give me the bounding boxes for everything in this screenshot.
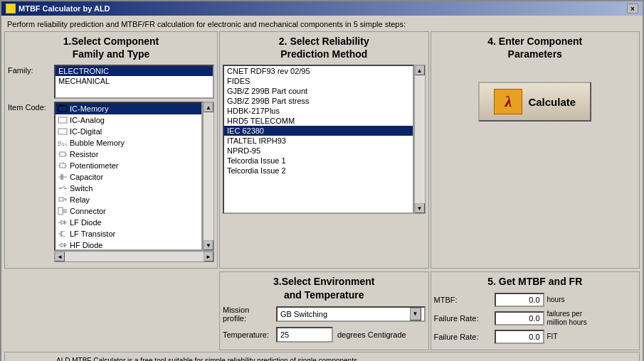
item-ic-digital[interactable]: IC-Digital: [56, 126, 201, 137]
item-code-listbox[interactable]: IC-Memory IC-Analog: [54, 102, 203, 251]
panel3-title: 4. Enter ComponentParameters: [434, 35, 637, 60]
temperature-input[interactable]: [276, 327, 333, 343]
item-resistor[interactable]: Resistor: [56, 149, 201, 160]
switch-icon: [57, 183, 68, 193]
mtbf-label: MTBF:: [434, 296, 495, 304]
method-scroll-track: [415, 75, 425, 203]
lambda-icon: λ: [494, 89, 522, 114]
app-icon: ⚡: [6, 4, 16, 14]
method-scroll-up[interactable]: ▲: [415, 65, 425, 75]
mission-profile-dropdown[interactable]: GB Switching ▼: [276, 306, 426, 322]
panel-select-component: 1.Select ComponentFamily and Type Family…: [4, 31, 218, 269]
content-area: Perform reliability prediction and MTBF/…: [1, 16, 643, 361]
method-nprd[interactable]: NPRD-95: [224, 146, 413, 156]
relay-icon: [57, 195, 68, 205]
method-telcordia2[interactable]: Telcordia Issue 2: [224, 166, 413, 176]
mtbf-row: MTBF: 0.0 hours: [434, 293, 637, 307]
method-cnet[interactable]: CNET RDF93 rev 02/95: [224, 66, 413, 76]
temperature-row: Temperature: degrees Centigrade: [223, 327, 426, 343]
title-bar: ⚡ MTBF Calculator by ALD ×: [1, 1, 643, 16]
resistor-icon: [57, 149, 68, 159]
method-iec62380[interactable]: IEC 62380: [224, 126, 413, 136]
h-scroll-track: [65, 252, 204, 261]
item-code-row: Item Code: IC-Memory: [8, 102, 214, 262]
ic-memory-icon: [57, 104, 68, 114]
method-listbox[interactable]: CNET RDF93 rev 02/95 FIDES GJB/Z 299B Pa…: [223, 65, 414, 214]
scroll-right-btn[interactable]: ►: [204, 252, 213, 262]
item-ic-analog[interactable]: IC-Analog: [56, 114, 201, 126]
mission-profile-label: Missionprofile:: [223, 306, 276, 323]
method-gjbz-stress[interactable]: GJB/Z 299B Part stress: [224, 96, 413, 106]
item-lf-diode[interactable]: LF Diode: [56, 217, 201, 228]
family-item-electronic[interactable]: ELECTRONIC: [56, 66, 213, 76]
svg-rect-9: [60, 152, 65, 156]
window-title: MTBF Calculator by ALD: [19, 4, 110, 13]
item-code-label: Item Code:: [8, 102, 54, 112]
panel-environment: 3.Select Environmentand Temperature Miss…: [219, 271, 429, 350]
capacitor-icon: [57, 172, 68, 182]
item-ic-memory[interactable]: IC-Memory: [56, 103, 201, 114]
ald-logo: A.L.D.: [9, 355, 52, 361]
bottom-area: A.L.D. ALD MTBF Calculator is a free too…: [4, 352, 640, 361]
scroll-track: [204, 112, 213, 240]
failure-rate-row2: Failure Rate: 0.0 FIT: [434, 330, 637, 344]
failure-rate-label1: Failure Rate:: [434, 314, 495, 323]
item-lf-transistor[interactable]: LF Transistor: [56, 228, 201, 239]
mission-profile-value: GB Switching: [280, 310, 327, 318]
method-italtel[interactable]: ITALTEL IRPH93: [224, 136, 413, 146]
failure-rate-value1: 0.0: [495, 311, 544, 325]
item-connector[interactable]: Connector: [56, 205, 201, 217]
calculate-button[interactable]: λ Calculate: [478, 82, 591, 122]
method-gjbz-count[interactable]: GJB/Z 299B Part count: [224, 86, 413, 96]
temperature-unit: degrees Centigrade: [337, 330, 406, 339]
panel5-title: 5. Get MTBF and FR: [434, 275, 637, 288]
family-label: Family:: [8, 65, 54, 75]
item-capacitor[interactable]: Capacitor: [56, 171, 201, 183]
method-hrd5[interactable]: HRD5 TELECOMM: [224, 116, 413, 126]
svg-text:B₁₆: B₁₆: [58, 140, 68, 147]
panel2-title: 2. Select ReliabilityPrediction Method: [223, 35, 426, 60]
scroll-left-btn[interactable]: ◄: [55, 252, 65, 262]
item-list-scrollbar[interactable]: ▲ ▼: [203, 102, 214, 251]
item-relay[interactable]: Relay: [56, 194, 201, 205]
family-listbox[interactable]: ELECTRONIC MECHANICAL: [54, 65, 214, 99]
svg-rect-6: [58, 129, 67, 134]
item-hf-diode[interactable]: HF Diode: [56, 239, 201, 251]
svg-rect-12: [60, 163, 65, 168]
connector-icon: [57, 206, 68, 216]
method-hdbk[interactable]: HDBK-217Plus: [224, 106, 413, 116]
item-bubble-memory[interactable]: B₁₆ Bubble Memory: [56, 137, 201, 149]
temperature-label: Temperature:: [223, 330, 276, 339]
item-switch[interactable]: Switch: [56, 183, 201, 194]
main-window: ⚡ MTBF Calculator by ALD × Perform relia…: [0, 0, 644, 361]
item-list-h-scrollbar[interactable]: ◄ ►: [54, 251, 214, 262]
svg-rect-0: [58, 106, 67, 112]
panel-results: 5. Get MTBF and FR MTBF: 0.0 hours Failu…: [431, 271, 640, 350]
svg-rect-5: [58, 117, 67, 123]
method-fides[interactable]: FIDES: [224, 76, 413, 86]
potentiometer-icon: [57, 161, 68, 171]
panel4-title: 3.Select Environmentand Temperature: [223, 275, 426, 301]
calculate-label: Calculate: [528, 96, 576, 108]
bottom-line1: ALD MTBF Calculator is a free tool suita…: [56, 355, 579, 361]
failure-rate-unit2: FIT: [547, 333, 558, 341]
panel-component-params: 4. Enter ComponentParameters λ Calculate: [431, 31, 640, 269]
ic-digital-icon: [57, 126, 68, 136]
bottom-text-area: ALD MTBF Calculator is a free tool suita…: [56, 355, 579, 361]
failure-rate-label2: Failure Rate:: [434, 333, 495, 341]
failure-rate-unit1: failures permillion hours: [547, 310, 587, 327]
dropdown-arrow-icon[interactable]: ▼: [410, 308, 421, 320]
mtbf-unit: hours: [547, 296, 565, 304]
method-scroll-down[interactable]: ▼: [415, 203, 425, 213]
hf-diode-icon: [57, 240, 68, 250]
lf-diode-icon: [57, 217, 68, 227]
scroll-down-btn[interactable]: ▼: [204, 240, 213, 250]
item-potentiometer[interactable]: Potentiometer: [56, 160, 201, 171]
window-close-button[interactable]: ×: [627, 4, 638, 14]
family-item-mechanical[interactable]: MECHANICAL: [56, 76, 213, 86]
method-scrollbar[interactable]: ▲ ▼: [414, 65, 426, 214]
scroll-up-btn[interactable]: ▲: [204, 102, 213, 112]
bubble-memory-icon: B₁₆: [57, 138, 68, 148]
method-telcordia1[interactable]: Telcordia Issue 1: [224, 156, 413, 166]
panel1-title: 1.Select ComponentFamily and Type: [8, 35, 214, 60]
